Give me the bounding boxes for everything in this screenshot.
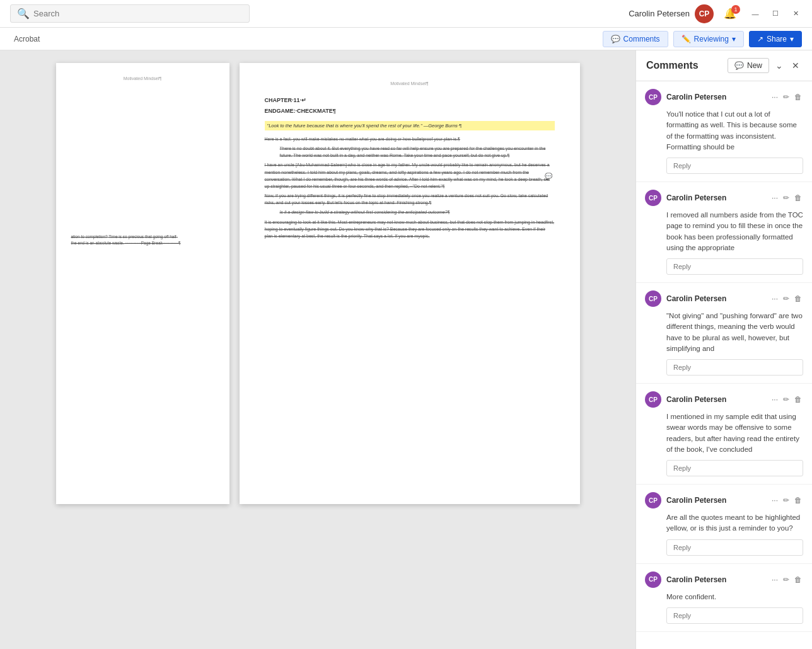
comment-icon: 💬	[545, 171, 552, 180]
reply-input-5[interactable]	[666, 607, 803, 624]
pencil-icon: ✏	[783, 93, 789, 101]
comments-panel-header: Comments 💬 New ⌄ ✕	[636, 50, 812, 81]
trash-icon: 🗑	[794, 93, 802, 101]
reply-input-3[interactable]	[666, 460, 803, 476]
comment-body-2: "Not giving" and "pushing forward" are t…	[666, 311, 803, 354]
comment-item-4: CP Carolin Petersen ··· ✏ 🗑 Are all the …	[636, 485, 812, 564]
body-para-1: There is no doubt about it. But everythi…	[280, 145, 555, 159]
new-comment-button[interactable]: 💬 New	[728, 58, 769, 73]
comment-avatar-3: CP	[645, 391, 661, 408]
more-icon: ···	[772, 496, 778, 505]
reply-input-1[interactable]	[666, 258, 803, 275]
close-icon: ✕	[792, 60, 799, 71]
reply-input-2[interactable]	[666, 359, 803, 376]
main-area: Motivated Mindset¶ ation to completion? …	[0, 50, 812, 649]
tab-acrobat[interactable]: Acrobat	[10, 32, 44, 46]
chapter-title: CHAPTER·11·↵	[265, 96, 555, 105]
new-comment-icon: 💬	[734, 61, 744, 70]
reply-box-3	[666, 460, 803, 476]
pencil-icon: ✏	[783, 395, 789, 404]
comment-author-2: Carolin Petersen	[666, 294, 765, 303]
pages-container: Motivated Mindset¶ ation to completion? …	[56, 63, 580, 504]
comment-author-3: Carolin Petersen	[666, 395, 765, 404]
comment-body-0: You'll notice that I cut out a lot of fo…	[666, 109, 803, 152]
comment-top-4: CP Carolin Petersen ··· ✏ 🗑	[645, 492, 803, 508]
trash-icon: 🗑	[794, 395, 802, 404]
more-icon: ···	[772, 294, 778, 303]
comment-delete-3[interactable]: 🗑	[793, 394, 803, 405]
search-bar[interactable]: 🔍	[10, 4, 250, 23]
maximize-button[interactable]: ☐	[767, 8, 784, 20]
reply-box-1	[666, 258, 803, 275]
minimize-button[interactable]: —	[746, 8, 764, 20]
comment-edit-3[interactable]: ✏	[782, 394, 791, 405]
avatar: CP	[695, 4, 714, 23]
reviewing-button[interactable]: ✏️ Reviewing ▾	[673, 31, 744, 47]
left-page-line-2: the end is an absolute waste. ··········…	[71, 240, 214, 246]
body-para-4: Is it a design flaw to build a strategy …	[280, 209, 555, 215]
comment-edit-1[interactable]: ✏	[782, 192, 791, 204]
pencil-icon: ✏	[783, 193, 789, 202]
comment-top-1: CP Carolin Petersen ··· ✏ 🗑	[645, 190, 803, 206]
comment-delete-0[interactable]: 🗑	[793, 91, 803, 103]
collapse-comments-button[interactable]: ⌄	[773, 58, 786, 73]
search-input[interactable]	[33, 9, 243, 18]
comments-button[interactable]: 💬 Comments	[603, 31, 668, 47]
comment-body-1: I removed all numbers aside from the TOC…	[666, 210, 803, 253]
comment-author-1: Carolin Petersen	[666, 193, 765, 202]
reply-box-4	[666, 539, 803, 556]
more-icon: ···	[772, 93, 778, 101]
reply-input-0[interactable]	[666, 158, 803, 174]
pencil-icon: ✏	[783, 496, 789, 505]
close-comments-button[interactable]: ✕	[789, 58, 802, 73]
main-page: Motivated Mindset¶ CHAPTER·11·↵ ENDGAME:…	[240, 63, 580, 504]
comment-author-5: Carolin Petersen	[666, 575, 765, 584]
comment-edit-4[interactable]: ✏	[782, 495, 791, 506]
user-name: Carolin Petersen	[629, 9, 690, 18]
comment-avatar-5: CP	[645, 571, 661, 588]
comment-top-2: CP Carolin Petersen ··· ✏ 🗑	[645, 290, 803, 307]
comment-more-5[interactable]: ···	[770, 574, 779, 585]
reply-box-2	[666, 359, 803, 376]
comment-actions-0: ··· ✏ 🗑	[770, 91, 803, 103]
notifications-button[interactable]: 🔔 1	[724, 8, 736, 20]
close-button[interactable]: ✕	[787, 8, 804, 20]
ribbon: Acrobat 💬 Comments ✏️ Reviewing ▾ ↗ Shar…	[0, 28, 812, 50]
reply-box-0	[666, 158, 803, 174]
comment-actions-3: ··· ✏ 🗑	[770, 394, 803, 405]
comment-more-1[interactable]: ···	[770, 192, 779, 204]
left-page: Motivated Mindset¶ ation to completion? …	[56, 63, 229, 504]
comment-more-2[interactable]: ···	[770, 293, 779, 304]
search-icon: 🔍	[17, 8, 30, 20]
pencil-icon: ✏	[783, 575, 789, 584]
comment-more-3[interactable]: ···	[770, 394, 779, 405]
comment-more-4[interactable]: ···	[770, 495, 779, 506]
body-para-3: Now, if you are trying different things,…	[265, 192, 555, 206]
comment-top-3: CP Carolin Petersen ··· ✏ 🗑	[645, 391, 803, 408]
comment-author-4: Carolin Petersen	[666, 496, 765, 505]
comment-edit-5[interactable]: ✏	[782, 574, 791, 585]
comment-edit-0[interactable]: ✏	[782, 91, 791, 103]
comment-delete-5[interactable]: 🗑	[793, 574, 803, 585]
comment-edit-2[interactable]: ✏	[782, 293, 791, 304]
reply-box-5	[666, 607, 803, 624]
comments-panel: Comments 💬 New ⌄ ✕ CP	[635, 50, 812, 649]
comment-more-0[interactable]: ···	[770, 91, 779, 103]
section-title: ENDGAME:·CHECKMATE¶	[265, 107, 555, 116]
reviewing-icon: ✏️	[682, 35, 691, 43]
comment-body-4: Are all the quotes meant to be highlight…	[666, 512, 803, 534]
comments-list: CP Carolin Petersen ··· ✏ 🗑 You'll notic…	[636, 81, 812, 649]
more-icon: ···	[772, 395, 778, 404]
share-button[interactable]: ↗ Share ▾	[749, 31, 802, 47]
comment-item-3: CP Carolin Petersen ··· ✏ 🗑 I mentioned …	[636, 384, 812, 485]
comment-avatar-2: CP	[645, 290, 661, 307]
comments-panel-title: Comments	[646, 60, 728, 71]
ribbon-actions: 💬 Comments ✏️ Reviewing ▾ ↗ Share ▾	[603, 31, 802, 47]
comment-delete-1[interactable]: 🗑	[793, 192, 803, 204]
comment-avatar-4: CP	[645, 492, 661, 508]
comment-delete-4[interactable]: 🗑	[793, 495, 803, 506]
trash-icon: 🗑	[794, 193, 802, 202]
reply-input-4[interactable]	[666, 539, 803, 556]
quote-block: "Look to the future because that is wher…	[265, 121, 555, 130]
comment-delete-2[interactable]: 🗑	[793, 293, 803, 304]
